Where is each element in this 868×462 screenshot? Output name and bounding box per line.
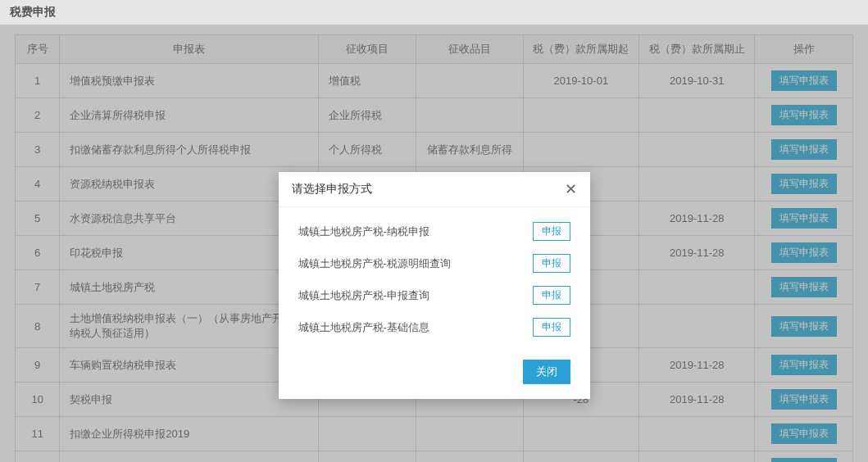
modal-close-button[interactable]: 关闭 [523,360,570,384]
modal-option-row: 城镇土地税房产税-纳税申报申报 [298,222,570,241]
content-area: 序号 申报表 征收项目 征收品目 税（费）款所属期起 税（费）款所属期止 操作 … [0,25,868,462]
modal-option-row: 城镇土地税房产税-基础信息申报 [298,318,570,337]
modal-option-label: 城镇土地税房产税-基础信息 [298,320,429,335]
apply-button[interactable]: 申报 [533,318,570,337]
modal-option-label: 城镇土地税房产税-纳税申报 [298,224,429,239]
apply-button[interactable]: 申报 [533,286,570,305]
modal-dialog: 请选择申报方式 ✕ 城镇土地税房产税-纳税申报申报城镇土地税房产税-税源明细查询… [279,172,590,399]
page-title: 税费申报 [0,0,868,25]
modal-footer: 关闭 [279,355,590,399]
modal-option-label: 城镇土地税房产税-申报查询 [298,288,429,303]
modal-option-row: 城镇土地税房产税-申报查询申报 [298,286,570,305]
modal-body: 城镇土地税房产税-纳税申报申报城镇土地税房产税-税源明细查询申报城镇土地税房产税… [279,207,590,355]
modal-option-label: 城镇土地税房产税-税源明细查询 [298,256,451,271]
apply-button[interactable]: 申报 [533,254,570,273]
modal-title: 请选择申报方式 [292,182,372,197]
apply-button[interactable]: 申报 [533,222,570,241]
modal-option-row: 城镇土地税房产税-税源明细查询申报 [298,254,570,273]
close-icon[interactable]: ✕ [565,182,577,197]
modal-overlay: 请选择申报方式 ✕ 城镇土地税房产税-纳税申报申报城镇土地税房产税-税源明细查询… [0,25,868,462]
modal-header: 请选择申报方式 ✕ [279,172,590,207]
